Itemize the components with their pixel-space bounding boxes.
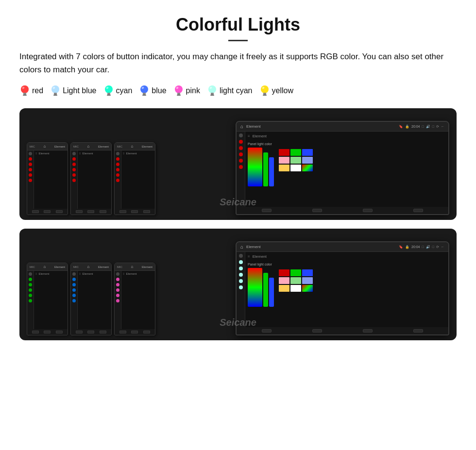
color-item-pink: pink bbox=[173, 84, 200, 98]
yellow-label: yellow bbox=[272, 86, 293, 95]
description-text: Integrated with 7 colors of button indic… bbox=[19, 50, 457, 76]
pink-label: pink bbox=[186, 86, 200, 95]
cyan-label: cyan bbox=[116, 86, 133, 95]
color-item-red: red bbox=[19, 84, 43, 98]
lightblue-bulb-icon bbox=[50, 84, 61, 98]
page-title: Colorful Lights bbox=[19, 15, 457, 35]
svg-rect-3 bbox=[23, 95, 27, 96]
lightcyan-label: light cyan bbox=[220, 86, 253, 95]
svg-rect-22 bbox=[211, 93, 214, 95]
yellow-bulb-icon bbox=[259, 84, 270, 98]
page-container: Colorful Lights Integrated with 7 colors… bbox=[0, 0, 476, 359]
red-label: red bbox=[32, 86, 43, 95]
blue-bulb-icon bbox=[139, 84, 150, 98]
panel-label-bottom: Panel light color bbox=[248, 263, 274, 266]
color-item-lightblue: Light blue bbox=[50, 84, 96, 98]
svg-point-1 bbox=[21, 85, 29, 93]
cyan-bulb-icon bbox=[103, 84, 114, 98]
svg-rect-15 bbox=[142, 95, 146, 96]
svg-rect-18 bbox=[177, 93, 180, 95]
svg-rect-11 bbox=[107, 95, 111, 96]
top-device-showcase: MIC ⌂ Element bbox=[19, 108, 457, 220]
lightblue-label: Light blue bbox=[63, 86, 96, 95]
color-item-yellow: yellow bbox=[259, 84, 293, 98]
svg-rect-7 bbox=[53, 95, 57, 96]
color-indicators-row: red Light blue cyan bbox=[19, 84, 457, 98]
svg-point-25 bbox=[261, 85, 269, 93]
svg-rect-23 bbox=[210, 95, 214, 96]
bottom-device-showcase: MIC ⌂ Element bbox=[19, 229, 457, 340]
svg-point-17 bbox=[175, 85, 183, 93]
red-bulb-icon bbox=[19, 84, 30, 98]
blue-label: blue bbox=[152, 86, 166, 95]
svg-rect-27 bbox=[263, 95, 267, 96]
lightcyan-bulb-icon bbox=[207, 84, 218, 98]
svg-rect-6 bbox=[54, 93, 57, 95]
svg-point-5 bbox=[51, 85, 59, 93]
svg-point-9 bbox=[105, 85, 113, 93]
svg-rect-10 bbox=[107, 93, 110, 95]
title-divider bbox=[228, 40, 248, 41]
svg-rect-19 bbox=[177, 95, 181, 96]
svg-rect-26 bbox=[263, 93, 266, 95]
svg-rect-2 bbox=[23, 93, 26, 95]
svg-point-13 bbox=[140, 85, 148, 93]
svg-rect-14 bbox=[143, 93, 146, 95]
panel-label-top: Panel light color bbox=[248, 142, 274, 146]
pink-bulb-icon bbox=[173, 84, 184, 98]
color-item-blue: blue bbox=[139, 84, 166, 98]
color-item-lightcyan: light cyan bbox=[207, 84, 253, 98]
color-item-cyan: cyan bbox=[103, 84, 133, 98]
svg-point-21 bbox=[208, 85, 216, 93]
